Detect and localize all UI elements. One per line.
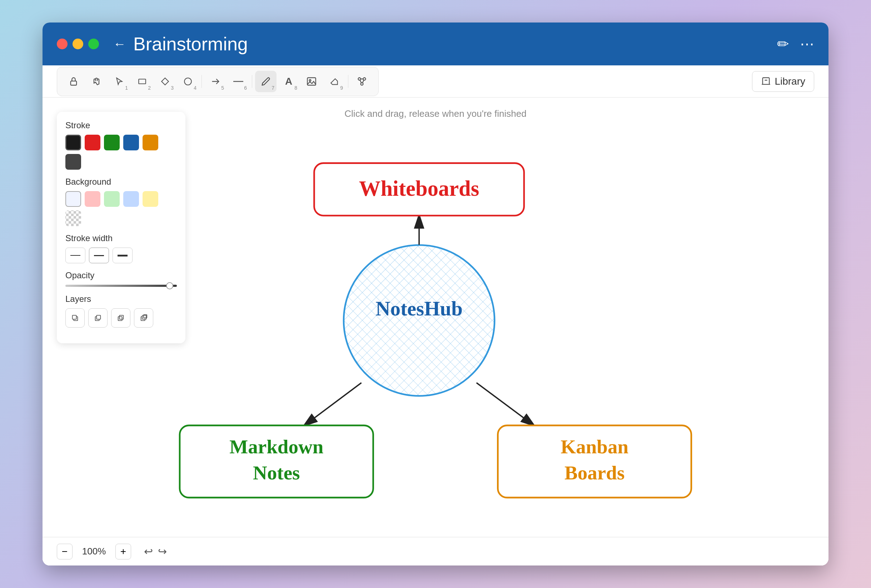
maximize-button[interactable] [88, 39, 99, 49]
tool-line[interactable]: 6 [227, 71, 249, 92]
svg-point-10 [361, 82, 363, 85]
whiteboards-label: Whiteboards [359, 177, 479, 200]
tool-palette: 1 2 3 [57, 67, 379, 96]
app-window: ← Brainstorming ✏ ⋯ [42, 22, 829, 566]
tool-hand[interactable] [86, 71, 107, 92]
library-label: Library [775, 76, 805, 87]
tool-text[interactable]: A 8 [278, 71, 299, 92]
tool-connect[interactable] [351, 71, 373, 92]
tool-circle[interactable]: 4 [177, 71, 199, 92]
tool-pen[interactable]: 7 [255, 71, 277, 92]
svg-point-7 [310, 79, 311, 81]
svg-rect-6 [307, 78, 316, 85]
main-content: 1 2 3 [42, 65, 829, 566]
page-title: Brainstorming [133, 33, 777, 55]
svg-point-3 [184, 78, 192, 85]
toolbar: 1 2 3 [42, 65, 829, 97]
canvas-area[interactable]: Click and drag, release when you're fini… [42, 97, 829, 537]
library-button[interactable]: Library [752, 71, 814, 92]
tool-lock[interactable] [63, 71, 84, 92]
kanban-label-line1: Kanban [561, 436, 629, 458]
arrow-to-markdown [304, 383, 362, 425]
markdown-label-line1: Markdown [229, 436, 323, 458]
svg-rect-0 [71, 81, 76, 85]
kanban-label-line2: Boards [564, 462, 624, 484]
undo-button[interactable]: ↩ [144, 545, 153, 558]
more-options-icon[interactable]: ⋯ [800, 36, 814, 52]
markdown-label-line2: Notes [253, 462, 300, 484]
svg-point-28 [344, 245, 494, 396]
close-button[interactable] [57, 39, 67, 49]
traffic-lights [57, 39, 99, 49]
tool-rectangle[interactable]: 2 [132, 71, 153, 92]
edit-icon[interactable]: ✏ [777, 36, 789, 52]
center-node-label: NotesHub [376, 297, 462, 320]
tool-diamond[interactable]: 3 [154, 71, 176, 92]
svg-rect-1 [139, 79, 146, 84]
tool-arrow[interactable]: 5 [205, 71, 226, 92]
svg-point-8 [358, 78, 361, 80]
back-button[interactable]: ← [113, 36, 126, 51]
arrow-to-kanban [477, 383, 534, 425]
svg-point-9 [363, 78, 366, 80]
titlebar-actions: ✏ ⋯ [777, 36, 814, 52]
tool-select[interactable]: 1 [109, 71, 130, 92]
tool-eraser[interactable]: 9 [324, 71, 345, 92]
zoom-level: 100% [80, 546, 108, 557]
tool-image[interactable] [301, 71, 322, 92]
diagram-canvas[interactable]: NotesHub Whiteboards Markdown Notes Kanb… [42, 97, 829, 537]
undo-redo-group: ↩ ↪ [144, 545, 167, 558]
zoom-out-button[interactable]: − [57, 544, 73, 560]
svg-line-12 [360, 80, 362, 82]
minimize-button[interactable] [73, 39, 83, 49]
redo-button[interactable]: ↪ [158, 545, 167, 558]
svg-marker-2 [162, 78, 169, 85]
titlebar: ← Brainstorming ✏ ⋯ [42, 22, 829, 65]
svg-line-13 [363, 80, 364, 82]
zoom-in-button[interactable]: + [115, 544, 131, 560]
bottom-bar: − 100% + ↩ ↪ [42, 537, 829, 566]
